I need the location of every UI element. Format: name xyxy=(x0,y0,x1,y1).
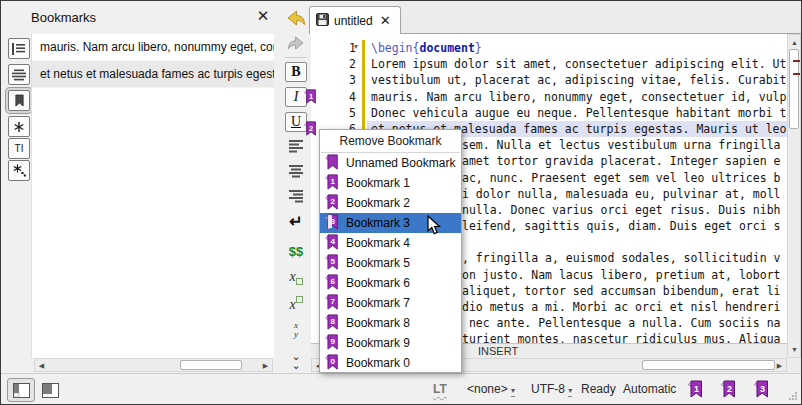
menu-item-bookmark-6[interactable]: 6Bookmark 6 xyxy=(320,273,461,293)
menu-item-unnamed-bookmark[interactable]: Unnamed Bookmark xyxy=(320,153,461,173)
bookmark-icon xyxy=(324,154,339,173)
inline-math-button[interactable]: $$ xyxy=(285,242,307,260)
panel-h-scrollbar[interactable]: ◀ ▶ xyxy=(34,358,273,372)
sidebar-toc-lines-icon[interactable] xyxy=(8,64,30,85)
mouse-cursor xyxy=(427,215,442,239)
encoding-select[interactable]: UTF-8 ▾ xyxy=(531,382,572,396)
align-right-button[interactable] xyxy=(285,187,307,205)
bookmark-icon: 0 xyxy=(324,354,339,373)
align-center-button[interactable] xyxy=(285,162,307,180)
layout-toggle-messages-button[interactable] xyxy=(36,378,64,402)
svg-text:7: 7 xyxy=(331,297,336,306)
status-bookmark-3-button[interactable]: 3 xyxy=(753,380,769,398)
scroll-down-icon[interactable]: ▼ xyxy=(788,343,801,356)
panel-close-icon[interactable]: ✕ xyxy=(253,6,273,26)
editor-line: Lorem ipsum dolor sit amet, consectetuer… xyxy=(367,56,787,72)
bookmark-context-menu: Remove Bookmark Unnamed Bookmark1Bookmar… xyxy=(319,129,462,373)
status-bar: LT <none> ▾ UTF-8 ▾ Ready Automatic 123 xyxy=(1,373,801,404)
status-bookmark-1-button[interactable]: 1 xyxy=(687,380,703,398)
bookmark-icon: 3 xyxy=(324,214,339,233)
menu-item-label: Bookmark 4 xyxy=(346,236,410,250)
tab-bar: untitled ✕ xyxy=(311,1,801,34)
scrollbar-mark xyxy=(793,60,800,62)
chevron-down-icon: ▾ xyxy=(568,386,572,397)
svg-text:0: 0 xyxy=(331,357,336,366)
bookmark-list-item[interactable]: mauris. Nam arcu libero, nonummy eget, c… xyxy=(32,34,274,61)
menu-item-label: Bookmark 3 xyxy=(346,216,410,230)
editor-line: \begin{document} xyxy=(367,40,787,56)
svg-text:9: 9 xyxy=(331,337,336,346)
tab-untitled[interactable]: untitled ✕ xyxy=(309,6,401,34)
line-number[interactable]: 3 xyxy=(311,72,356,88)
menu-item-bookmark-9[interactable]: 9Bookmark 9 xyxy=(320,333,461,353)
svg-text:6: 6 xyxy=(331,277,336,286)
menu-item-remove-bookmark[interactable]: Remove Bookmark xyxy=(320,130,461,152)
menu-item-bookmark-5[interactable]: 5Bookmark 5 xyxy=(320,253,461,273)
resize-grip[interactable] xyxy=(788,391,798,401)
toolbar-separator xyxy=(285,57,307,58)
menu-item-label: Bookmark 2 xyxy=(346,196,410,210)
bookmark-icon: 4 xyxy=(324,234,339,253)
format-toolbar: B I U ↵ $$ x x x y ⌄⌄ xyxy=(282,1,311,374)
svg-text:3: 3 xyxy=(760,384,765,394)
status-bookmark-2-button[interactable]: 2 xyxy=(720,380,736,398)
menu-item-bookmark-2[interactable]: 2Bookmark 2 xyxy=(320,193,461,213)
gutter-bookmark-icon[interactable]: 2 xyxy=(302,121,318,136)
line-number[interactable]: 5 xyxy=(311,105,356,121)
menu-item-bookmark-8[interactable]: 8Bookmark 8 xyxy=(320,313,461,333)
svg-text:1: 1 xyxy=(694,384,699,394)
menu-item-label: Bookmark 0 xyxy=(346,356,410,370)
language-select[interactable]: <none> ▾ xyxy=(467,382,515,396)
svg-text:4: 4 xyxy=(331,237,336,246)
gutter-bookmark-icon[interactable]: 1 xyxy=(302,89,318,104)
layout-toggle-structure-button[interactable] xyxy=(7,378,35,402)
scroll-right-icon[interactable]: ▶ xyxy=(773,359,786,372)
scroll-right-icon[interactable]: ▶ xyxy=(259,359,272,372)
tab-close-icon[interactable]: ✕ xyxy=(380,13,391,28)
more-buttons-icon[interactable]: ⌄⌄ xyxy=(285,351,307,367)
editor-v-scrollbar[interactable]: ▲ ▼ xyxy=(787,34,801,358)
fold-arrow-icon[interactable]: ▾ xyxy=(354,42,358,51)
line-number[interactable]: 1 xyxy=(311,40,356,56)
scrollbar-mark xyxy=(793,73,800,75)
bold-button[interactable]: B xyxy=(285,62,307,82)
back-arrow-icon[interactable] xyxy=(285,9,307,27)
sidebar-symbols-icon[interactable] xyxy=(8,160,30,181)
editor-line: Donec vehicula augue eu neque. Pellentes… xyxy=(367,105,787,121)
app-window: Bookmarks ✕ TI mauris. Nam arcu libero, … xyxy=(0,0,802,405)
sidebar-structure-icon[interactable] xyxy=(8,38,30,59)
subscript-button[interactable]: x xyxy=(285,268,307,286)
bookmark-list[interactable]: mauris. Nam arcu libero, nonummy eget, c… xyxy=(31,34,274,358)
sidebar-asterisk-icon[interactable] xyxy=(8,116,30,137)
bookmark-icon: 1 xyxy=(324,174,339,193)
sidebar-bookmark-icon[interactable] xyxy=(8,90,30,111)
ready-status-label: Ready xyxy=(581,382,616,396)
sidebar-ti-icon[interactable]: TI xyxy=(8,138,30,159)
bookmark-list-item[interactable]: et netus et malesuada fames ac turpis eg… xyxy=(32,61,274,88)
line-number[interactable]: 2 xyxy=(311,56,356,72)
fraction-button[interactable]: x y xyxy=(285,319,307,341)
editor-h-scroll-thumb[interactable] xyxy=(642,360,775,370)
scrollbar-corner xyxy=(787,358,801,373)
menu-item-bookmark-0[interactable]: 0Bookmark 0 xyxy=(320,353,461,373)
build-mode-label: Automatic xyxy=(623,382,676,396)
panel-title: Bookmarks xyxy=(31,10,96,25)
forward-arrow-icon[interactable] xyxy=(285,35,307,51)
bookmark-icon: 5 xyxy=(324,254,339,273)
bookmark-icon: 9 xyxy=(324,334,339,353)
scroll-left-icon[interactable]: ◀ xyxy=(35,359,48,372)
chevron-down-icon: ▾ xyxy=(511,386,515,397)
menu-item-label: Bookmark 9 xyxy=(346,336,410,350)
tab-title: untitled xyxy=(334,14,373,28)
scroll-up-icon[interactable]: ▲ xyxy=(788,36,801,49)
languagetool-icon[interactable]: LT xyxy=(433,382,447,396)
newline-button[interactable]: ↵ xyxy=(285,212,307,230)
bookmark-icon: 7 xyxy=(324,294,339,313)
svg-text:5: 5 xyxy=(331,257,336,266)
panel-scroll-thumb[interactable] xyxy=(180,360,242,370)
menu-item-bookmark-7[interactable]: 7Bookmark 7 xyxy=(320,293,461,313)
align-left-button[interactable] xyxy=(285,137,307,155)
menu-item-bookmark-1[interactable]: 1Bookmark 1 xyxy=(320,173,461,193)
superscript-button[interactable]: x xyxy=(285,294,307,312)
svg-text:8: 8 xyxy=(331,317,336,326)
